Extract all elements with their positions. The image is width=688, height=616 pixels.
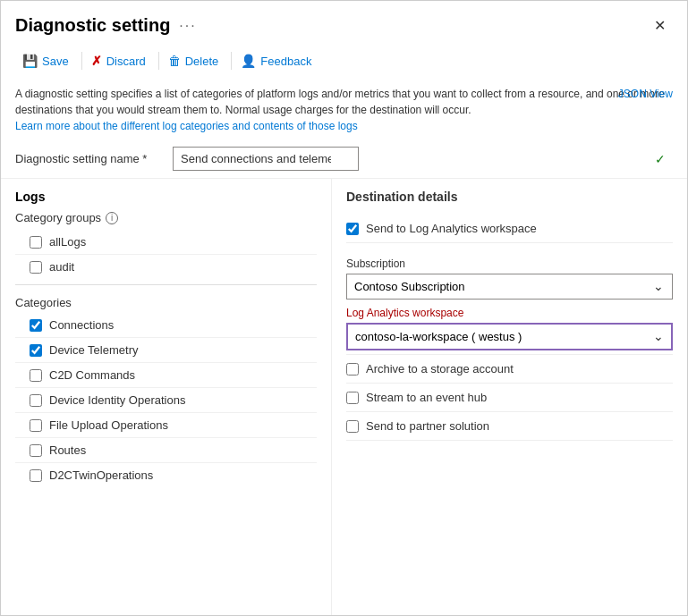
left-panel: Logs Category groups i allLogs audit Cat… (1, 179, 332, 615)
json-view-link[interactable]: JSON View (618, 86, 673, 102)
dialog-title: Diagnostic setting (15, 15, 170, 36)
routes-label[interactable]: Routes (49, 443, 86, 457)
right-panel: Destination details Send to Log Analytic… (332, 179, 687, 615)
partner-solution-checkbox[interactable] (346, 420, 359, 433)
workspace-label: Log Analytics workspace (346, 307, 673, 319)
save-button[interactable]: 💾 Save (15, 50, 80, 72)
info-bar: JSON View A diagnostic setting specifies… (1, 79, 687, 138)
setting-name-input[interactable] (173, 147, 359, 171)
destination-row-event-hub: Stream to an event hub (346, 384, 673, 412)
input-check-icon: ✓ (655, 152, 666, 166)
allLogs-label[interactable]: allLogs (49, 235, 86, 249)
workspace-select[interactable]: contoso-la-workspace ( westus ) (346, 323, 673, 350)
allLogs-checkbox[interactable] (30, 236, 42, 249)
audit-checkbox[interactable] (30, 261, 42, 274)
subscription-label: Subscription (346, 257, 673, 270)
destination-row-partner: Send to partner solution (346, 412, 673, 441)
storage-account-checkbox[interactable] (346, 363, 359, 376)
destination-row-log-analytics: Send to Log Analytics workspace (346, 215, 673, 243)
subscription-select-wrapper: Contoso Subscription (346, 274, 673, 300)
routes-checkbox[interactable] (30, 444, 42, 457)
list-item: Connections (15, 313, 317, 338)
list-item: C2D Commands (15, 363, 317, 388)
list-item: Device Telemetry (15, 338, 317, 363)
file-upload-label[interactable]: File Upload Operations (49, 418, 168, 432)
device-identity-label[interactable]: Device Identity Operations (49, 393, 185, 407)
category-groups-info-icon[interactable]: i (106, 212, 118, 224)
storage-account-label[interactable]: Archive to a storage account (366, 362, 514, 376)
discard-icon: ✗ (91, 54, 102, 68)
destination-section-title: Destination details (346, 190, 673, 204)
title-bar: Diagnostic setting ··· ✕ (1, 1, 687, 45)
device-telemetry-label[interactable]: Device Telemetry (49, 343, 138, 357)
d2c-twin-checkbox[interactable] (30, 469, 42, 482)
list-item: File Upload Operations (15, 413, 317, 438)
list-item: Routes (15, 438, 317, 463)
setting-name-row: Diagnostic setting name * ✓ (1, 138, 687, 179)
discard-label: Discard (106, 55, 146, 68)
workspace-select-wrapper: contoso-la-workspace ( westus ) (346, 323, 673, 350)
categories-label: Categories (15, 296, 317, 309)
save-icon: 💾 (22, 54, 38, 68)
c2d-commands-checkbox[interactable] (30, 369, 42, 382)
event-hub-checkbox[interactable] (346, 392, 359, 404)
toolbar: 💾 Save ✗ Discard 🗑 Delete 👤 Feedback (1, 45, 687, 79)
info-description: A diagnostic setting specifies a list of… (15, 88, 665, 116)
log-analytics-label[interactable]: Send to Log Analytics workspace (366, 222, 537, 235)
subscription-select[interactable]: Contoso Subscription (346, 274, 673, 300)
log-analytics-checkbox[interactable] (346, 223, 359, 235)
list-item: audit (15, 255, 317, 279)
diagnostic-setting-dialog: Diagnostic setting ··· ✕ 💾 Save ✗ Discar… (0, 0, 688, 616)
log-analytics-sub-fields: Subscription Contoso Subscription Log An… (346, 243, 673, 355)
event-hub-label[interactable]: Stream to an event hub (366, 391, 487, 404)
categories-list: Connections Device Telemetry C2D Command… (15, 313, 317, 487)
learn-more-link[interactable]: Learn more about the different log categ… (15, 120, 358, 132)
category-groups-list: allLogs audit (15, 230, 317, 279)
feedback-label: Feedback (260, 55, 311, 68)
list-item: Device Identity Operations (15, 388, 317, 413)
partner-solution-label[interactable]: Send to partner solution (366, 419, 489, 433)
delete-button[interactable]: 🗑 Delete (161, 50, 230, 72)
setting-name-input-wrapper: ✓ (173, 147, 673, 171)
feedback-button[interactable]: 👤 Feedback (234, 50, 322, 72)
toolbar-separator-3 (231, 52, 232, 70)
setting-name-label: Diagnostic setting name * (15, 152, 158, 165)
connections-label[interactable]: Connections (49, 318, 114, 332)
logs-section-title: Logs (15, 190, 317, 204)
destination-row-storage: Archive to a storage account (346, 355, 673, 384)
discard-button[interactable]: ✗ Discard (84, 50, 157, 72)
feedback-icon: 👤 (241, 54, 256, 68)
main-content: Logs Category groups i allLogs audit Cat… (1, 179, 687, 615)
divider-1 (15, 284, 317, 285)
device-telemetry-checkbox[interactable] (30, 344, 42, 357)
c2d-commands-label[interactable]: C2D Commands (49, 368, 135, 382)
delete-label: Delete (185, 55, 219, 68)
toolbar-separator-1 (81, 52, 82, 70)
connections-checkbox[interactable] (30, 319, 42, 332)
audit-label[interactable]: audit (49, 260, 74, 274)
save-label: Save (42, 55, 69, 68)
file-upload-checkbox[interactable] (30, 419, 42, 432)
close-button[interactable]: ✕ (647, 13, 673, 38)
list-item: allLogs (15, 230, 317, 255)
device-identity-checkbox[interactable] (30, 394, 42, 407)
toolbar-separator-2 (158, 52, 159, 70)
category-groups-label: Category groups i (15, 211, 317, 224)
delete-icon: 🗑 (168, 54, 181, 68)
list-item: D2CTwinOperations (15, 463, 317, 487)
d2c-twin-label[interactable]: D2CTwinOperations (49, 468, 153, 482)
title-ellipsis: ··· (179, 18, 196, 34)
